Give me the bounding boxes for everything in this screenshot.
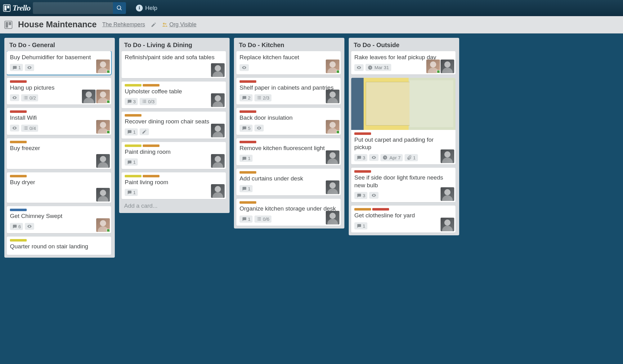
label-red[interactable] [10,80,27,83]
avatar[interactable] [326,211,339,224]
card[interactable]: Put out carpet and padding for pickup3Ap… [351,78,455,165]
avatar[interactable] [441,187,454,201]
badge-text: 1 [18,65,21,70]
avatar[interactable] [211,124,225,137]
card[interactable]: Get clothesline for yard1 [351,206,455,233]
avatar[interactable] [426,60,440,73]
card[interactable]: See if side door light fixture needs new… [351,168,455,202]
visibility-link[interactable]: Org Visible [169,21,197,28]
badge-text: 0/6 [263,216,269,222]
avatar[interactable] [82,90,96,103]
card[interactable]: Buy Dehumidifier for basement1 [7,51,111,75]
avatar[interactable] [96,120,110,134]
label-orange[interactable] [143,175,159,177]
label-orange[interactable] [143,144,159,147]
card[interactable]: Organize kitchen storage under desk10/6 [236,199,341,226]
avatar[interactable] [96,60,110,73]
label-blue[interactable] [10,209,27,211]
board-title[interactable]: House Maintenance [18,20,97,29]
avatar[interactable] [441,218,454,231]
add-card-button[interactable]: Add a card... [122,199,227,211]
avatar[interactable] [326,180,339,194]
watch-badge [10,94,19,101]
avatar[interactable] [211,154,225,168]
card[interactable]: Get Chimney Swept6 [7,206,111,233]
checklist-badge: 0/4 [21,125,38,132]
avatar[interactable] [96,218,110,232]
card[interactable]: Quarter round on stair landing [7,237,111,255]
avatar[interactable] [326,120,339,134]
badges: 10/6 [240,215,338,223]
label-orange[interactable] [354,208,371,211]
trello-logo[interactable]: Trello [3,3,30,13]
label-yellow[interactable] [125,84,141,87]
avatar[interactable] [96,188,110,202]
list-cards[interactable]: Rake leaves for leaf pickup dayMar 31Put… [351,51,457,233]
label-red[interactable] [372,208,389,211]
list-title[interactable]: To Do - Kitchen [236,40,342,51]
card[interactable]: Upholster coffee table30/3 [122,82,226,109]
search-input[interactable] [33,2,113,14]
badge-text: 5 [248,126,250,131]
label-orange[interactable] [125,114,141,117]
label-orange[interactable] [240,201,256,204]
org-link[interactable]: The Rehkempers [102,21,145,28]
card[interactable]: Buy freezer [7,138,111,169]
pencil-icon[interactable] [151,22,156,28]
card[interactable]: Replace kitchen faucet [236,51,341,75]
board-icon[interactable] [4,21,12,29]
card[interactable]: Back door insulation5 [236,108,341,135]
card[interactable]: Shelf paper in cabinets and pantries22/3 [236,78,341,105]
label-red[interactable] [10,110,27,113]
avatar[interactable] [96,90,110,103]
board-canvas[interactable]: To Do - GeneralBuy Dehumidifier for base… [0,33,623,364]
comment-icon [12,65,17,70]
label-red[interactable] [354,132,371,135]
card-title: Remove kitchen fluorescent light [240,144,338,152]
label-red[interactable] [240,80,256,83]
watch-badge [354,64,364,71]
label-orange[interactable] [10,141,27,143]
avatar[interactable] [326,60,339,73]
label-orange[interactable] [143,84,159,87]
card[interactable]: Paint dining room1 [122,142,226,169]
check-icon [142,99,147,104]
help-link[interactable]: i Help [136,5,157,11]
list-cards[interactable]: Refinish/paint side and sofa tablesUphol… [122,51,227,199]
card[interactable]: Refinish/paint side and sofa tables [122,51,226,78]
card[interactable]: Rake leaves for leaf pickup dayMar 31 [351,51,455,75]
eye-icon [371,155,376,160]
label-orange[interactable] [10,175,27,177]
label-red[interactable] [240,110,256,113]
card[interactable]: Buy dryer [7,172,111,203]
card[interactable]: Remove kitchen fluorescent light1 [236,138,341,166]
label-red[interactable] [354,170,371,173]
list-title[interactable]: To Do - General [7,40,112,51]
card[interactable]: Recover dining room chair seats1 [122,112,226,139]
label-yellow[interactable] [125,144,141,147]
label-yellow[interactable] [125,175,141,177]
avatar[interactable] [211,93,225,107]
comments-badge: 5 [240,125,253,132]
list-title[interactable]: To Do - Outside [351,40,457,51]
card[interactable]: Add curtains under desk1 [236,169,341,196]
avatar[interactable] [211,63,225,77]
avatar[interactable] [326,150,339,164]
avatar[interactable] [96,154,110,168]
label-orange[interactable] [240,171,256,174]
list-title[interactable]: To Do - Living & Dining [122,40,227,51]
avatar[interactable] [441,60,454,73]
card[interactable]: Hang up pictures0/2 [7,78,111,105]
card-members [441,187,454,201]
checklist-badge: 0/2 [21,94,38,101]
search-button[interactable] [113,2,126,14]
card[interactable]: Paint living room1 [122,172,226,200]
avatar[interactable] [211,184,225,198]
avatar[interactable] [326,90,339,103]
label-yellow[interactable] [10,239,27,242]
card[interactable]: Install Wifi0/4 [7,108,111,135]
list-cards[interactable]: Replace kitchen faucetShelf paper in cab… [236,51,342,226]
avatar[interactable] [441,149,454,163]
label-red[interactable] [240,141,256,143]
list-cards[interactable]: Buy Dehumidifier for basement1Hang up pi… [7,51,112,255]
